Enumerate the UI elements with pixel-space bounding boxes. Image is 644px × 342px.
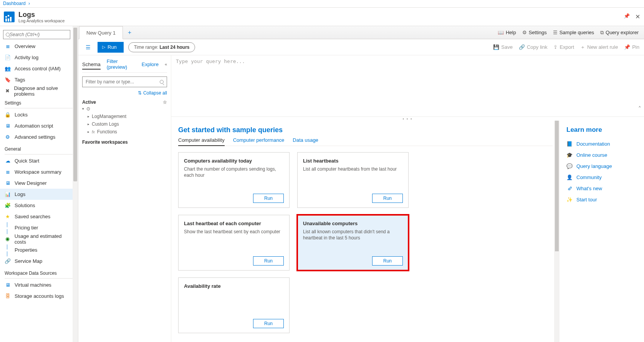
sidebar-item-access-control-iam-[interactable]: 👥Access control (IAM) xyxy=(0,63,78,74)
play-icon: ▷ xyxy=(102,45,105,50)
pin-icon[interactable]: 📌 xyxy=(624,13,630,20)
learn-link-documentation[interactable]: 📘Documentation xyxy=(566,138,637,149)
diagnose-icon: ✖ xyxy=(5,88,10,94)
toolbar-copy-link[interactable]: 🔗Copy link xyxy=(519,44,547,51)
sidebar-item-virtual-machines[interactable]: 🖥Virtual machines xyxy=(0,279,78,291)
card-run-button[interactable]: Run xyxy=(372,256,403,266)
sidebar-item-label: Storage accounts logs xyxy=(15,293,64,299)
star-icon[interactable]: ☆ xyxy=(163,100,167,105)
sidebar-item-label: Tags xyxy=(15,77,25,83)
card-title: Computers availability today xyxy=(184,158,284,164)
toolbar-export[interactable]: ⇪Export xyxy=(553,44,574,51)
learn-link-community[interactable]: 👤Community xyxy=(566,172,637,183)
sidebar-item-automation-script[interactable]: 🖥Automation script xyxy=(0,120,78,131)
topbar-sample-queries[interactable]: ☰Sample queries xyxy=(553,30,594,36)
logs-icon: 📊 xyxy=(5,191,11,197)
search-input[interactable] xyxy=(10,32,68,37)
run-button[interactable]: ▷ Run xyxy=(98,42,124,53)
sample-query-card[interactable]: Unavailable computersList all known comp… xyxy=(297,215,409,271)
schema-tab-filter[interactable]: Filter (preview) xyxy=(107,58,136,70)
sidebar-item-label: Advanced settings xyxy=(15,134,55,140)
caret-right-icon: ▸ xyxy=(88,115,89,118)
sidebar-item-locks[interactable]: 🔒Locks xyxy=(0,109,78,120)
sidebar-item-usage-and-estimated-costs[interactable]: ◉Usage and estimated costs xyxy=(0,233,78,244)
scrollbar[interactable] xyxy=(554,121,560,342)
gear-icon: ⚙ xyxy=(5,134,11,140)
section-header: General xyxy=(0,143,78,153)
sidebar-item-view-designer[interactable]: 🖥View Designer xyxy=(0,178,78,189)
card-run-button[interactable]: Run xyxy=(253,256,284,266)
tree-item-custom-logs[interactable]: ▸Custom Logs xyxy=(82,120,167,128)
section-header: Workspace Data Sources xyxy=(0,267,78,277)
search-box[interactable] xyxy=(3,30,70,39)
sidebar-item-solutions[interactable]: 🧩Solutions xyxy=(0,200,78,211)
toolbar-pin[interactable]: 📌Pin xyxy=(624,44,639,51)
learn-link-start-tour[interactable]: ✨Start tour xyxy=(566,194,637,205)
sidebar-item-label: Access control (IAM) xyxy=(15,66,61,71)
sample-query-card[interactable]: List heartbeatsList all computer heartbe… xyxy=(297,152,409,208)
learn-link-query-language[interactable]: 💬Query language xyxy=(566,161,637,172)
schema-tab-schema[interactable]: Schema xyxy=(82,61,101,70)
sidebar-item-label: Usage and estimated costs xyxy=(15,233,73,245)
toolbar-options-icon[interactable]: ☰ xyxy=(83,42,93,52)
card-run-button[interactable]: Run xyxy=(253,319,284,328)
resize-handle[interactable]: • • • xyxy=(171,117,644,121)
time-range-selector[interactable]: Time range: Last 24 hours xyxy=(128,42,195,52)
sidebar-item-label: Quick Start xyxy=(15,158,39,164)
tree-workspace-row[interactable]: ▾ ⊙ xyxy=(82,105,167,113)
sidebar-item-activity-log[interactable]: 📄Activity log xyxy=(0,52,78,63)
sidebar-item-logs[interactable]: 📊Logs xyxy=(0,189,78,200)
sidebar-item-label: View Designer xyxy=(15,180,47,186)
sample-query-card[interactable]: Last heartbeat of each computerShow the … xyxy=(178,215,290,271)
query-tab[interactable]: New Query 1 xyxy=(79,26,123,39)
close-icon[interactable]: ✕ xyxy=(635,13,640,20)
iam-icon: 👥 xyxy=(5,66,11,71)
caret-down-icon: ▾ xyxy=(82,107,84,111)
sidebar-item-quick-start[interactable]: ☁Quick Start xyxy=(0,155,78,166)
collapse-schema-icon[interactable]: « xyxy=(165,62,167,66)
schema-tab-explore[interactable]: Explore xyxy=(142,61,159,67)
sidebar-item-advanced-settings[interactable]: ⚙Advanced settings xyxy=(0,131,78,143)
sidebar-item-tags[interactable]: 🔖Tags xyxy=(0,74,78,85)
learn-link-what-s-new[interactable]: 🗞What's new xyxy=(566,183,637,194)
scrollbar-thumb[interactable] xyxy=(555,121,559,251)
sidebar-item-properties[interactable]: ｜｜Properties xyxy=(0,244,78,256)
sidebar-item-service-map[interactable]: 🔗Service Map xyxy=(0,256,78,267)
query-editor[interactable]: Type your query here... ⌃ xyxy=(171,55,644,117)
tree-item-logmanagement[interactable]: ▸LogManagement xyxy=(82,113,167,120)
editor-placeholder: Type your query here... xyxy=(176,58,245,64)
toolbar-new-alert-rule[interactable]: ＋New alert rule xyxy=(580,44,618,51)
topbar-settings[interactable]: ⚙Settings xyxy=(522,30,547,36)
sidebar-item-diagnose-and-solve-problems[interactable]: ✖Diagnose and solve problems xyxy=(0,85,78,96)
schema-filter-box[interactable] xyxy=(82,76,167,87)
collapse-all-link[interactable]: ⇅ Collapse all xyxy=(82,90,167,96)
card-run-button[interactable]: Run xyxy=(253,194,284,203)
sidebar-item-saved-searches[interactable]: ★Saved searches xyxy=(0,211,78,222)
pin-icon: 📌 xyxy=(624,44,630,50)
sidebar-item-label: Virtual machines xyxy=(15,282,51,288)
sample-query-card[interactable]: Availability rateRun xyxy=(178,277,290,333)
sidebar-item-workspace-summary[interactable]: ≣Workspace summary xyxy=(0,166,78,178)
scrollbar-thumb[interactable] xyxy=(73,28,77,181)
expand-editor-icon[interactable]: ⌃ xyxy=(638,105,641,110)
scrollbar[interactable] xyxy=(73,26,78,342)
add-tab-button[interactable]: ＋ xyxy=(125,28,134,37)
tree-item-functions[interactable]: ▸fxFunctions xyxy=(82,128,167,136)
results-tab-data-usage[interactable]: Data usage xyxy=(293,137,318,146)
sidebar-item-pricing-tier[interactable]: ｜｜Pricing tier xyxy=(0,222,78,233)
toolbar-save[interactable]: 💾Save xyxy=(493,44,513,51)
results-tab-computer-availability[interactable]: Computer availability xyxy=(178,137,225,146)
results-tab-computer-performance[interactable]: Computer performance xyxy=(233,137,285,146)
sidebar-item-overview[interactable]: ≣Overview xyxy=(0,41,78,52)
topbar-help[interactable]: 📖Help xyxy=(498,30,516,36)
topbar-query-explorer[interactable]: ⧉Query explorer xyxy=(600,30,639,36)
results-pane: Get started with sample queries Computer… xyxy=(171,121,560,342)
schema-filter-input[interactable] xyxy=(86,79,160,85)
sample-query-card[interactable]: Computers availability todayChart the nu… xyxy=(178,152,290,208)
sidebar-item-label: Properties xyxy=(15,247,37,253)
breadcrumb-root[interactable]: Dashboard xyxy=(3,1,26,6)
sidebar-item-storage-accounts-logs[interactable]: 🗄Storage accounts logs xyxy=(0,291,78,302)
card-desc: List all known computers that didn't sen… xyxy=(303,229,403,241)
learn-link-online-course[interactable]: 🎓Online course xyxy=(566,149,637,161)
card-run-button[interactable]: Run xyxy=(372,194,403,203)
